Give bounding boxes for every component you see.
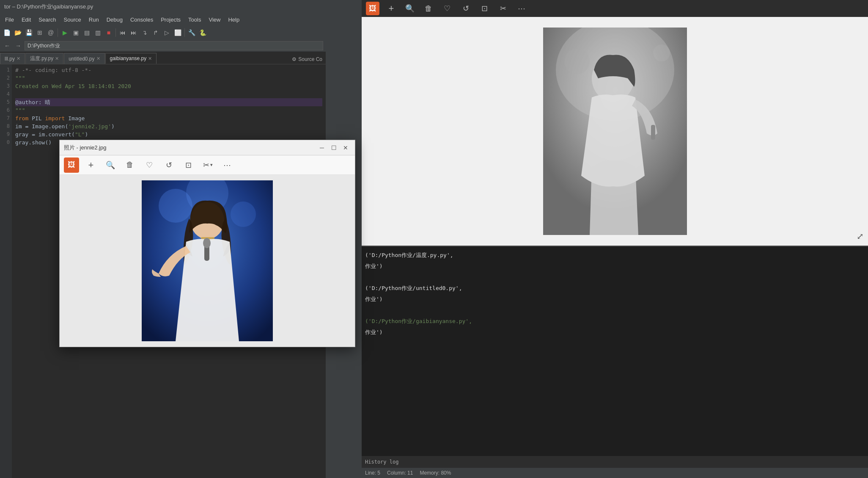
photo-tool-rotate[interactable]: ↺ [161, 157, 176, 173]
run-file-btn[interactable]: ▣ [71, 28, 81, 38]
run-btn[interactable]: ▶ [60, 28, 70, 38]
viewer-add-btn[interactable]: + [385, 2, 398, 15]
debug-return-btn[interactable]: ↱ [151, 28, 161, 38]
menu-projects[interactable]: Projects [157, 16, 184, 24]
path-input[interactable] [25, 41, 323, 50]
debug-next-btn[interactable]: ⏭ [129, 28, 139, 38]
photo-content [60, 175, 355, 347]
edit-dropdown[interactable]: ▾ [210, 162, 213, 168]
tab-gaibianyanse-label: gaibianyanse.py [110, 55, 147, 61]
print-btn[interactable]: @ [46, 28, 56, 38]
back-btn[interactable]: ← [3, 41, 12, 50]
wrench-btn[interactable]: 🔧 [187, 28, 197, 38]
photo-tool-heart[interactable]: ♡ [142, 157, 157, 173]
status-line: Line: 5 [365, 470, 380, 476]
viewer-crop-btn[interactable]: ⊡ [478, 2, 491, 15]
scissors-icon: ✂ [203, 160, 209, 170]
photo-tool-delete[interactable]: 🗑 [122, 157, 137, 173]
svg-point-9 [231, 202, 256, 227]
color-photo [142, 180, 273, 341]
run-cell-adv-btn[interactable]: ▥ [93, 28, 103, 38]
debug-start-btn[interactable]: ⏮ [118, 28, 128, 38]
forward-btn[interactable]: → [14, 41, 23, 50]
console-panel: ('D:/Python作业/温度.py.py', 作业') ('D:/Pytho… [362, 246, 868, 478]
maximize-btn[interactable]: ☐ [329, 143, 339, 153]
photo-tool-crop[interactable]: ⊡ [181, 157, 196, 173]
viewer-zoom-btn[interactable]: 🔍 [403, 2, 417, 15]
code-line-4 [15, 90, 322, 98]
menu-view[interactable]: View [205, 16, 224, 24]
menu-search[interactable]: Search [35, 16, 59, 24]
menu-run[interactable]: Run [85, 16, 102, 24]
console-line-1: ('D:/Python作业/温度.py.py', [365, 250, 865, 261]
tab-gaibianyanse-close[interactable]: ✕ [148, 56, 152, 61]
menu-consoles[interactable]: Consoles [127, 16, 157, 24]
console-line-4: ('D:/Python作业/untitled0.py', [365, 283, 865, 294]
minimize-btn[interactable]: ─ [317, 143, 327, 153]
window-title: tor – D:\Python作业\gaibianyanse.py [4, 3, 93, 11]
sep2 [115, 28, 116, 37]
tab-untitled[interactable]: untitled0.py ✕ [64, 53, 104, 64]
console-footer: Line: 5 Column: 11 Memory: 80% [362, 468, 868, 478]
debug-stop-btn[interactable]: ⬜ [173, 28, 183, 38]
python-btn[interactable]: 🐍 [198, 28, 208, 38]
menu-tools[interactable]: Tools [185, 16, 204, 24]
viewer-heart-btn[interactable]: ♡ [440, 2, 454, 15]
console-line-8: 作业') [365, 327, 865, 338]
close-btn[interactable]: ✕ [341, 143, 351, 153]
photo-tool-image[interactable]: 🖼 [64, 157, 79, 173]
tab-gaibianyanse[interactable]: gaibianyanse.py ✕ [105, 53, 157, 64]
console-line-3 [365, 272, 865, 283]
debug-continue-btn[interactable]: ▷ [162, 28, 172, 38]
viewer-image-btn[interactable]: 🖼 [366, 2, 379, 15]
viewer-edit-btn[interactable]: ✂ [496, 2, 510, 15]
tab-settings-btn[interactable]: ⚙ Source Co [288, 55, 326, 64]
open-file-btn[interactable]: 📂 [13, 28, 23, 38]
code-line-9: gray = im.convert("L") [15, 130, 322, 138]
console-line-6 [365, 305, 865, 316]
menu-debug[interactable]: Debug [103, 16, 126, 24]
save-all-btn[interactable]: ⊞ [35, 28, 45, 38]
menu-edit[interactable]: Edit [18, 16, 34, 24]
menu-source[interactable]: Source [60, 16, 85, 24]
photo-toolbar: 🖼 + 🔍 🗑 ♡ ↺ ⊡ ✂ ▾ ⋯ [60, 155, 355, 175]
console-line-7: ('D:/Python作业/gaibianyanse.py', [365, 316, 865, 327]
line-numbers: 1 2 3 4 5 6 7 8 9 0 [0, 64, 12, 478]
image-viewer-right: 🖼 + 🔍 🗑 ♡ ↺ ⊡ ✂ ⋯ [362, 0, 868, 246]
photo-viewer-window: 照片 - jennie2.jpg ─ ☐ ✕ 🖼 + 🔍 🗑 ♡ ↺ ⊡ ✂ ▾… [59, 140, 355, 347]
viewer-rotate-btn[interactable]: ↺ [459, 2, 472, 15]
settings-icon: ⚙ [292, 56, 297, 62]
settings-label: Source Co [298, 56, 322, 62]
run-cell-btn[interactable]: ▤ [82, 28, 92, 38]
photo-title-bar: 照片 - jennie2.jpg ─ ☐ ✕ [60, 140, 355, 155]
code-line-2: """ [15, 74, 322, 82]
tab-lll-close[interactable]: ✕ [16, 56, 20, 61]
tab-wendu-close[interactable]: ✕ [55, 56, 59, 61]
save-btn[interactable]: 💾 [24, 28, 34, 38]
debug-step-btn[interactable]: ↴ [140, 28, 150, 38]
tab-untitled-close[interactable]: ✕ [96, 56, 100, 61]
tab-untitled-label: untitled0.py [69, 56, 94, 62]
sep1 [58, 28, 58, 37]
menu-help[interactable]: Help [225, 16, 243, 24]
photo-tool-more[interactable]: ⋯ [220, 157, 235, 173]
svg-rect-4 [651, 125, 655, 140]
stop-btn[interactable]: ■ [104, 28, 114, 38]
viewer-delete-btn[interactable]: 🗑 [422, 2, 435, 15]
photo-tool-edit[interactable]: ✂ ▾ [200, 157, 215, 173]
svg-point-14 [203, 238, 211, 248]
tab-lll-label: lll.py [5, 56, 15, 62]
menu-file[interactable]: File [2, 16, 17, 24]
expand-btn[interactable]: ⤢ [857, 231, 864, 241]
new-file-btn[interactable]: 📄 [2, 28, 12, 38]
path-bar: ← → [0, 40, 326, 52]
sep3 [184, 28, 185, 37]
viewer-more-btn[interactable]: ⋯ [515, 2, 528, 15]
viewer-content: ⤢ [362, 17, 868, 246]
photo-tool-add[interactable]: + [83, 157, 99, 173]
photo-tool-zoom[interactable]: 🔍 [103, 157, 118, 173]
tab-wendu[interactable]: 温度.py.py ✕ [25, 53, 63, 64]
tab-lll[interactable]: lll.py ✕ [0, 53, 25, 64]
code-line-6: """ [15, 106, 322, 114]
console-content[interactable]: ('D:/Python作业/温度.py.py', 作业') ('D:/Pytho… [362, 246, 868, 456]
